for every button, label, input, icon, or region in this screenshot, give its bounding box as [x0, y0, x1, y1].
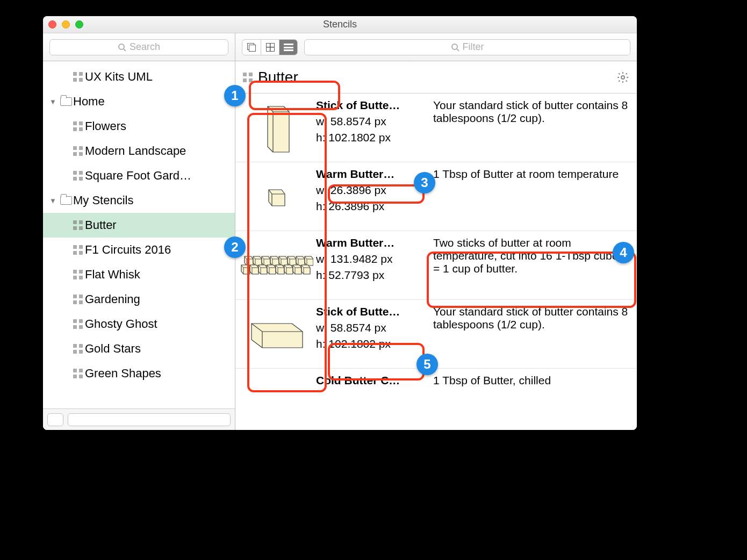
disclosure-triangle-icon[interactable]: ▼: [49, 197, 59, 205]
stencil-item[interactable]: Warm Butter…w: 26.3896 pxh: 26.3896 px1 …: [235, 162, 637, 231]
stencil-grid-icon: [71, 270, 85, 279]
sidebar-item-label: Green Shapes: [85, 367, 161, 380]
sidebar-item-label: Flat Whisk: [85, 268, 140, 282]
item-thumbnail: [235, 94, 316, 162]
svg-point-4: [621, 76, 624, 79]
svg-line-3: [457, 49, 459, 51]
svg-line-1: [124, 49, 126, 51]
sidebar: UX Kits UML▼HomeFlowersModern LandscapeS…: [43, 61, 235, 430]
item-description: 1 Tbsp of Butter, chilled: [429, 369, 637, 430]
stencil-item[interactable]: Cold Butter C…1 Tbsp of Butter, chilled: [235, 369, 637, 430]
item-thumbnail: [235, 231, 316, 299]
stencils-window: Stencils Search Filter: [43, 16, 637, 430]
stencil-grid-icon: [71, 344, 85, 354]
sidebar-item-label: My Stencils: [73, 193, 133, 207]
sidebar-item-label: Gardening: [85, 292, 140, 306]
sidebar-item-label: Butter: [85, 218, 117, 232]
item-height: h: 26.3896 px: [316, 200, 426, 213]
svg-point-0: [119, 44, 124, 49]
sidebar-item-my-stencils[interactable]: ▼My Stencils: [43, 188, 235, 213]
callout-5: 5: [416, 354, 438, 375]
view-mode-list-button[interactable]: [279, 40, 297, 55]
sidebar-item-label: Ghosty Ghost: [85, 317, 157, 331]
titlebar: Stencils: [43, 16, 637, 33]
search-input[interactable]: Search: [49, 39, 228, 55]
list-icon: [284, 44, 293, 51]
callout-3: 3: [414, 172, 435, 193]
stencil-grid-icon: [71, 220, 85, 230]
window-title: Stencils: [43, 19, 637, 30]
sidebar-item-flat-whisk[interactable]: Flat Whisk: [43, 262, 235, 287]
item-name: Stick of Butte…: [316, 305, 426, 318]
item-height: h: 52.7793 px: [316, 269, 426, 282]
sidebar-item-label: Home: [73, 95, 105, 109]
item-name: Cold Butter C…: [316, 374, 426, 387]
view-mode-copy-button[interactable]: [242, 40, 261, 55]
toolbar: Search Filter: [43, 33, 637, 61]
item-thumbnail: [235, 369, 316, 430]
sidebar-item-modern-landscape[interactable]: Modern Landscape: [43, 139, 235, 163]
sidebar-item-ux-kits-uml[interactable]: UX Kits UML: [43, 64, 235, 89]
stencil-title: Butter: [258, 69, 298, 86]
item-meta: Stick of Butte…w: 58.8574 pxh: 102.1802 …: [316, 94, 429, 162]
callout-4: 4: [613, 242, 634, 263]
search-placeholder: Search: [130, 41, 160, 53]
item-description: Your standard stick of butter contains 8…: [429, 300, 637, 368]
sidebar-item-butter[interactable]: Butter: [43, 213, 235, 238]
toolbar-left: Search: [43, 33, 235, 61]
sidebar-item-label: UX Kits UML: [85, 70, 153, 84]
search-icon: [451, 43, 459, 52]
filter-placeholder: Filter: [463, 41, 484, 53]
stencil-header: Butter: [235, 61, 637, 94]
footer-field[interactable]: [68, 413, 231, 426]
item-width: w: 131.9482 px: [316, 253, 426, 265]
stencil-grid-icon: [71, 319, 85, 329]
item-meta: Cold Butter C…: [316, 369, 429, 430]
callout-1: 1: [224, 85, 246, 106]
stencil-item[interactable]: Stick of Butte…w: 58.8574 pxh: 102.1802 …: [235, 94, 637, 162]
sidebar-item-ghosty-ghost[interactable]: Ghosty Ghost: [43, 312, 235, 336]
filter-input[interactable]: Filter: [304, 39, 630, 55]
folder-icon: [59, 97, 73, 106]
stencil-grid-icon: [71, 295, 85, 304]
sidebar-item-label: Modern Landscape: [85, 144, 186, 158]
view-mode-grid-button[interactable]: [261, 40, 279, 55]
gear-icon[interactable]: [616, 71, 629, 84]
stencil-grid-icon: [71, 369, 85, 378]
item-meta: Stick of Butte…w: 58.8574 pxh: 102.1802 …: [316, 300, 429, 368]
sidebar-item-label: Flowers: [85, 119, 126, 133]
stencil-grid-icon: [71, 245, 85, 255]
stencil-grid-icon: [71, 72, 85, 82]
item-meta: Warm Butter…w: 131.9482 pxh: 52.7793 px: [316, 231, 429, 299]
sidebar-item-gold-stars[interactable]: Gold Stars: [43, 336, 235, 361]
sidebar-item-flowers[interactable]: Flowers: [43, 114, 235, 139]
stencil-items: Stick of Butte…w: 58.8574 pxh: 102.1802 …: [235, 94, 637, 430]
view-mode-segmented: [242, 39, 298, 55]
item-thumbnail: [235, 162, 316, 231]
sidebar-item-label: Gold Stars: [85, 342, 141, 356]
item-meta: Warm Butter…w: 26.3896 pxh: 26.3896 px: [316, 162, 429, 231]
stencil-item[interactable]: Warm Butter…w: 131.9482 pxh: 52.7793 pxT…: [235, 231, 637, 300]
stencil-grid-icon: [71, 171, 85, 181]
toolbar-right: Filter: [235, 33, 637, 61]
stencil-grid-icon: [71, 121, 85, 131]
sidebar-item-home[interactable]: ▼Home: [43, 89, 235, 114]
item-name: Stick of Butte…: [316, 99, 426, 112]
item-height: h: 102.1802 px: [316, 338, 426, 350]
content: UX Kits UML▼HomeFlowersModern LandscapeS…: [43, 61, 637, 430]
sidebar-item-f1-circuits-2016[interactable]: F1 Circuits 2016: [43, 238, 235, 262]
sidebar-item-square-foot-gard-[interactable]: Square Foot Gard…: [43, 163, 235, 188]
sidebar-item-label: F1 Circuits 2016: [85, 243, 171, 257]
sidebar-footer: [43, 408, 235, 430]
disclosure-triangle-icon[interactable]: ▼: [49, 98, 59, 106]
sidebar-item-gardening[interactable]: Gardening: [43, 287, 235, 312]
item-width: w: 58.8574 px: [316, 321, 426, 334]
item-width: w: 58.8574 px: [316, 115, 426, 128]
item-thumbnail: [235, 300, 316, 368]
svg-point-2: [452, 44, 457, 49]
sidebar-item-green-shapes[interactable]: Green Shapes: [43, 361, 235, 386]
stencil-grid-icon: [71, 146, 85, 156]
search-icon: [118, 43, 126, 52]
footer-button[interactable]: [47, 413, 63, 426]
item-description: Two sticks of butter at room temperature…: [429, 231, 637, 299]
